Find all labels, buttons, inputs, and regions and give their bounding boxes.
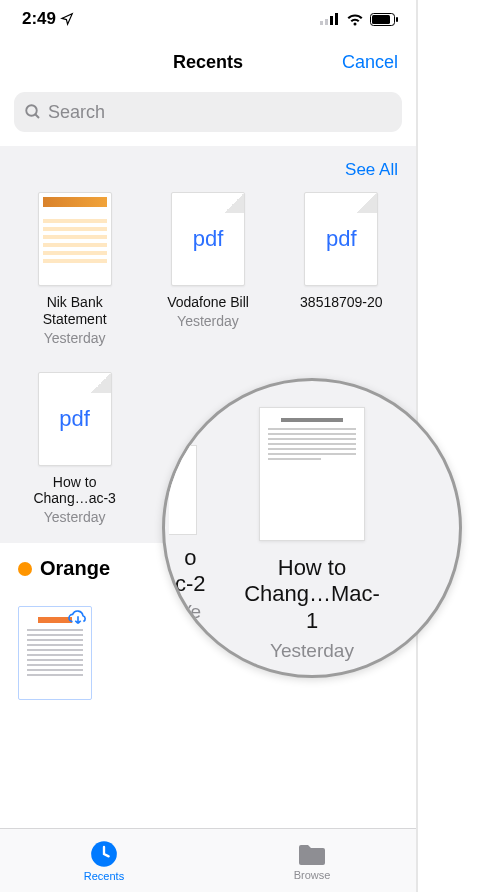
file-item[interactable]: pdf 38518709-20	[279, 192, 404, 346]
tab-bar: Recents Browse	[0, 828, 416, 892]
file-thumbnail: pdf	[171, 192, 245, 286]
clock-icon	[90, 840, 118, 868]
tab-browse[interactable]: Browse	[208, 829, 416, 892]
file-date: Yesterday	[177, 313, 239, 329]
file-thumbnail	[38, 192, 112, 286]
svg-rect-0	[320, 21, 323, 25]
file-item[interactable]: pdf How to Chang…ac-3 Yesterday	[12, 372, 137, 526]
search-icon	[24, 103, 42, 121]
nav-title: Recents	[173, 52, 243, 73]
pdf-badge: pdf	[59, 406, 90, 432]
svg-line-8	[35, 114, 39, 118]
status-time-group: 2:49	[22, 9, 74, 29]
file-date: Yesterday	[44, 330, 106, 346]
pdf-badge: pdf	[193, 226, 224, 252]
pdf-badge: pdf	[326, 226, 357, 252]
orange-label: Orange	[40, 557, 110, 580]
tab-label: Browse	[294, 869, 331, 881]
status-indicators	[320, 13, 398, 26]
svg-rect-6	[396, 17, 398, 22]
cellular-signal-icon	[320, 13, 340, 25]
cloud-download-icon	[67, 609, 89, 627]
file-name: Nik Bank Statement	[43, 294, 107, 328]
wifi-icon	[346, 13, 364, 26]
magnified-file-date: Yesterday	[242, 640, 382, 662]
tab-recents[interactable]: Recents	[0, 829, 208, 892]
svg-point-7	[26, 105, 37, 116]
svg-rect-3	[335, 13, 338, 25]
orange-tag-icon	[18, 562, 32, 576]
tab-label: Recents	[84, 870, 124, 882]
file-name: Vodafone Bill	[167, 294, 249, 311]
magnified-thumbnail	[259, 407, 365, 541]
see-all-row: See All	[0, 156, 416, 192]
file-thumbnail[interactable]	[18, 606, 92, 700]
file-item[interactable]: pdf Vodafone Bill Yesterday	[145, 192, 270, 346]
svg-rect-1	[325, 19, 328, 25]
svg-rect-2	[330, 16, 333, 25]
file-thumbnail: pdf	[38, 372, 112, 466]
file-thumbnail: pdf	[304, 192, 378, 286]
file-item[interactable]: Nik Bank Statement Yesterday	[12, 192, 137, 346]
magnified-file-name: How to Chang…Mac-1	[242, 555, 382, 634]
svg-rect-5	[372, 15, 390, 24]
search-input[interactable]: Search	[14, 92, 402, 132]
magnified-file[interactable]: How to Chang…Mac-1 Yesterday	[242, 407, 382, 662]
search-placeholder: Search	[48, 102, 105, 123]
status-time: 2:49	[22, 9, 56, 29]
location-arrow-icon	[60, 12, 74, 26]
file-name: 38518709-20	[300, 294, 383, 311]
status-bar: 2:49	[0, 0, 416, 38]
nav-bar: Recents Cancel	[0, 38, 416, 86]
cancel-button[interactable]: Cancel	[342, 52, 398, 73]
folder-icon	[297, 841, 327, 867]
search-container: Search	[0, 86, 416, 142]
battery-icon	[370, 13, 398, 26]
magnifier-overlay: o c-2 Ye How to Chang…Mac-1 Yesterday	[162, 378, 462, 678]
see-all-button[interactable]: See All	[345, 160, 398, 180]
file-name: How to Chang…ac-3	[33, 474, 116, 508]
file-date: Yesterday	[44, 509, 106, 525]
